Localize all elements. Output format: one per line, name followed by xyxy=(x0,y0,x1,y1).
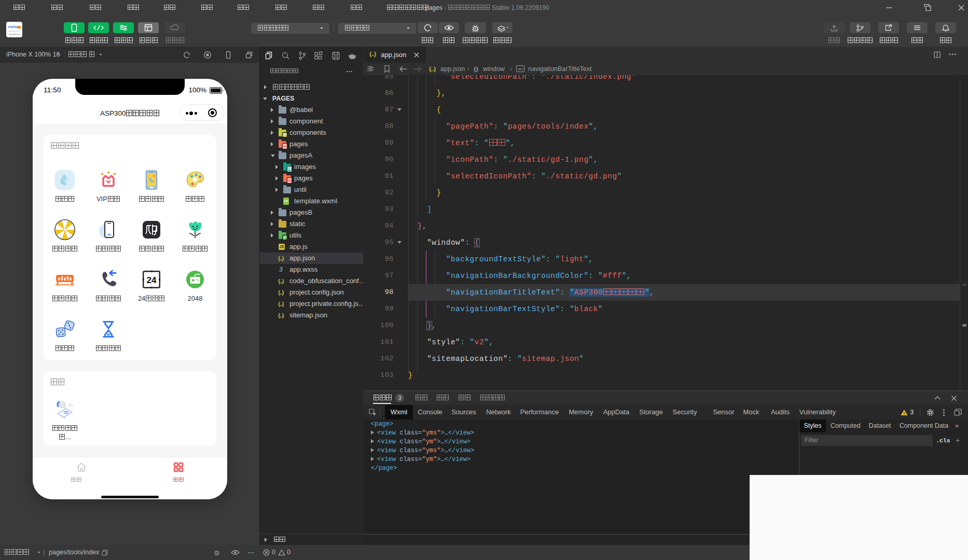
svg-text:!: ! xyxy=(904,411,905,416)
svg-text:24: 24 xyxy=(147,275,157,285)
